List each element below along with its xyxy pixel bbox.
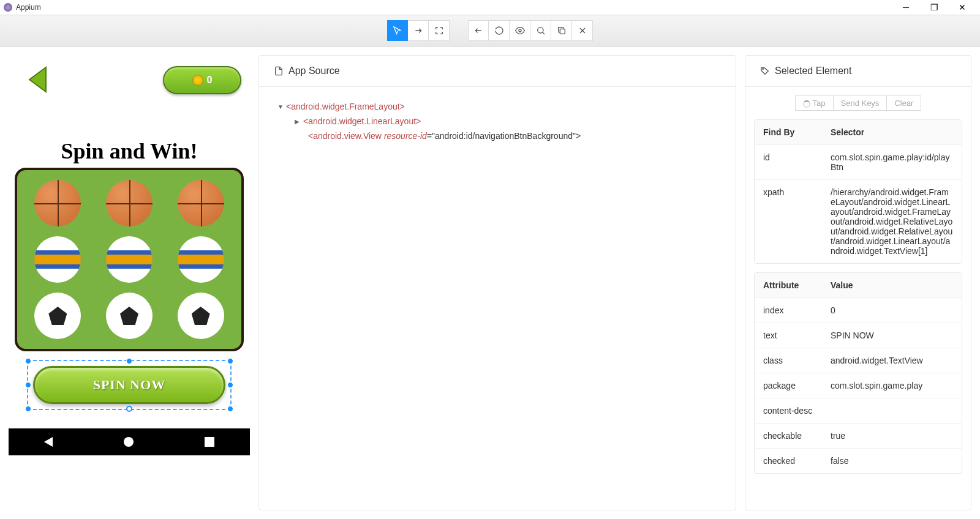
search-button[interactable] [530,20,551,41]
attr-value: android.widget.TextView [822,348,962,373]
selected-element-highlight[interactable]: SPIN NOW [27,360,232,410]
resize-handle[interactable] [227,382,233,388]
attr-key: checkable [755,424,822,448]
android-recent-icon[interactable] [205,437,214,447]
send-keys-button[interactable]: Send Keys [834,95,888,111]
quit-button[interactable] [572,20,593,41]
basketball-icon [178,180,224,226]
svg-point-0 [519,29,521,32]
table-row[interactable]: xpath /hierarchy/android.widget.FrameLay… [755,180,962,263]
tree-node[interactable]: ▶ <android.widget.LinearLayout> [277,114,717,129]
toolbar [0,15,980,47]
findby-value: /hierarchy/android.widget.FrameLayout/an… [822,180,962,263]
copy-xml-button[interactable] [551,20,572,41]
svg-point-1 [537,28,543,33]
table-row[interactable]: text SPIN NOW [755,323,962,348]
clear-button[interactable]: Clear [887,95,921,111]
loading-spinner-icon [803,100,810,108]
attr-key: package [755,373,822,398]
soccer-icon [34,293,81,339]
findby-key: id [755,145,822,179]
maximize-button[interactable]: ❐ [920,0,948,15]
minimize-button[interactable]: ─ [892,0,920,15]
source-tree: ▼ <android.widget.FrameLayout> ▶ <androi… [259,87,736,155]
game-back-arrow-icon [24,64,49,95]
table-row[interactable]: id com.slot.spin.game.play:id/playBtn [755,145,962,180]
device-screenshot-panel: 0 Spin and Win! SPIN NOW [9,55,250,510]
tree-collapse-icon[interactable]: ▼ [277,103,286,110]
tree-expand-icon[interactable]: ▶ [295,118,303,125]
resize-handle[interactable] [227,358,233,364]
attr-key: checked [755,449,822,473]
attr-key: index [755,298,822,323]
action-button-group: Tap Send Keys Clear [795,95,922,111]
value-header: Value [822,273,962,297]
attributes-table: Attribute Value index 0 text SPIN NOW cl… [754,272,962,474]
arrow-left-icon [473,26,483,35]
spin-now-button: SPIN NOW [33,366,225,404]
table-header-row: Attribute Value [755,273,962,298]
copy-icon [557,26,567,35]
swipe-button[interactable] [408,20,429,41]
selected-element-title: Selected Element [775,65,851,77]
x-icon [578,26,587,35]
tap-coordinates-button[interactable] [429,20,450,41]
attribute-header: Attribute [755,273,822,297]
android-navigation-bar [9,428,250,455]
attr-key: content-desc [755,398,822,423]
back-button[interactable] [468,20,489,41]
appium-icon [4,3,12,12]
android-home-icon[interactable] [124,437,134,447]
toolbar-group-nav [468,20,593,41]
volleyball-icon [178,236,224,283]
toolbar-group-select [387,20,450,41]
resize-handle[interactable] [227,406,233,412]
attr-value: true [822,424,962,448]
findby-table: Find By Selector id com.slot.spin.game.p… [754,119,962,264]
table-row[interactable]: class android.widget.TextView [755,348,962,373]
app-source-header: App Source [259,56,736,87]
start-recording-button[interactable] [510,20,530,41]
tree-node-tag: <android.widget.LinearLayout> [303,116,421,126]
attr-key: text [755,323,822,348]
table-row[interactable]: package com.slot.spin.game.play [755,373,962,398]
svg-rect-2 [560,29,565,34]
attr-value [822,398,962,423]
resize-handle[interactable] [25,406,31,412]
slot-board [15,168,244,351]
search-icon [536,26,546,35]
attr-value: com.slot.spin.game.play [822,373,962,398]
eye-icon [515,26,525,35]
selected-element-header: Selected Element [745,56,971,87]
table-row[interactable]: checkable true [755,424,962,449]
close-button[interactable]: ✕ [948,0,976,15]
device-screen[interactable]: 0 Spin and Win! SPIN NOW [9,55,250,455]
table-header-row: Find By Selector [755,120,962,145]
table-row[interactable]: content-desc [755,398,962,424]
tree-node-tag: <android.view.View resource-id="android:… [308,131,581,141]
tree-node-tag: <android.widget.FrameLayout> [286,102,405,111]
tree-node[interactable]: ▼ <android.widget.FrameLayout> [277,99,717,114]
select-elements-button[interactable] [387,20,408,41]
resize-handle[interactable] [25,358,31,364]
coin-icon [192,75,203,86]
app-source-title: App Source [288,65,340,77]
findby-key: xpath [755,180,822,263]
table-row[interactable]: checked false [755,449,962,473]
table-row[interactable]: index 0 [755,298,962,323]
volleyball-icon [34,236,81,283]
tag-icon [760,66,770,76]
coin-count: 0 [207,75,213,86]
window-titlebar: Appium ─ ❐ ✕ [0,0,980,15]
svg-point-3 [763,69,763,69]
resize-handle[interactable] [126,406,132,412]
tap-button[interactable]: Tap [795,95,834,111]
findby-value: com.slot.spin.game.play:id/playBtn [822,145,962,179]
refresh-button[interactable] [489,20,510,41]
volleyball-icon [106,236,153,283]
resize-handle[interactable] [25,382,31,388]
android-back-icon[interactable] [44,437,53,447]
tree-node[interactable]: <android.view.View resource-id="android:… [277,129,717,143]
game-title: Spin and Win! [9,138,250,164]
resize-handle[interactable] [126,358,132,364]
